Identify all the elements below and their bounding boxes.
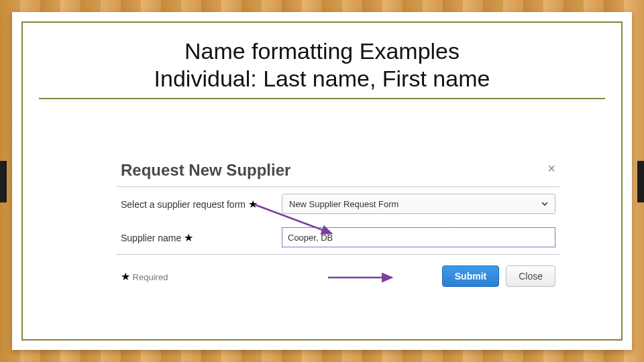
prev-slide-hint [0,161,7,202]
footer-buttons: Submit Close [442,265,555,287]
slide-inner-frame: Name formatting Examples Individual: Las… [21,21,623,341]
required-note: ★ Required [121,270,168,283]
close-button[interactable]: Close [506,265,555,287]
slide-card: Name formatting Examples Individual: Las… [12,12,632,350]
required-star-icon: ★ [248,198,258,210]
required-star-icon: ★ [184,232,193,243]
submit-button[interactable]: Submit [442,265,499,287]
dialog-footer: ★ Required Submit Close [117,254,559,292]
dialog-header: Request New Supplier × [117,158,559,187]
label-supplier-name: Supplier name ★ [121,231,282,244]
input-supplier-name[interactable] [282,227,555,247]
next-slide-hint [637,161,644,202]
label-request-form: Select a supplier request form ★ [121,198,282,210]
title-line-2: Individual: Last name, First name [23,65,621,93]
slide-title: Name formatting Examples Individual: Las… [23,23,621,99]
dialog-title: Request New Supplier [121,161,290,179]
select-value: New Supplier Request Form [289,199,398,209]
close-icon[interactable]: × [547,161,555,176]
title-underline [39,98,605,99]
request-supplier-dialog: Request New Supplier × Select a supplier… [117,158,559,292]
required-star-icon: ★ [121,271,130,282]
row-request-form: Select a supplier request form ★ New Sup… [117,187,559,221]
title-line-1: Name formatting Examples [23,38,621,65]
row-supplier-name: Supplier name ★ [117,221,559,254]
chevron-down-icon [539,198,551,210]
select-request-form[interactable]: New Supplier Request Form [282,194,555,214]
